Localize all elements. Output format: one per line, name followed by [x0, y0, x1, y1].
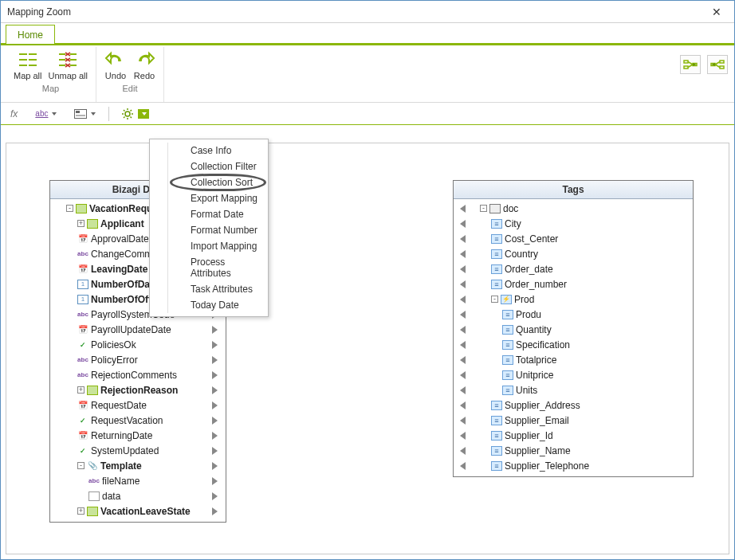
target-tree-row[interactable]: ≡Units [455, 382, 691, 397]
tree-item-label: Cost_Center [505, 233, 686, 245]
map-handle-icon[interactable] [460, 401, 466, 409]
gear-split-button[interactable] [117, 104, 149, 123]
redo-button[interactable]: Redo [130, 47, 159, 82]
map-handle-icon[interactable] [460, 432, 466, 440]
menu-item-collection-filter[interactable]: Collection Filter [168, 159, 268, 174]
menu-item-today-date[interactable]: Today Date [168, 297, 268, 313]
map-handle-icon[interactable] [460, 371, 466, 379]
map-handle-icon[interactable] [212, 356, 218, 364]
abc-button[interactable]: abc [30, 106, 61, 121]
tab-home[interactable]: Home [6, 25, 55, 44]
target-tree-row[interactable]: ≡Order_number [455, 276, 691, 292]
tag-icon: ≡ [491, 264, 502, 274]
target-tree-row[interactable]: ≡Supplier_Telephone [455, 458, 691, 473]
menu-item-case-info[interactable]: Case Info [168, 143, 268, 159]
source-tree-row[interactable]: ✓PoliciesOk [52, 337, 226, 352]
map-handle-icon[interactable] [212, 507, 218, 515]
gear-button[interactable] [117, 104, 138, 123]
target-tree-row[interactable]: ≡Supplier_Address [455, 397, 691, 413]
map-handle-icon[interactable] [212, 371, 218, 379]
map-handle-icon[interactable] [212, 432, 218, 440]
source-tree-row[interactable]: 📅ReturningDate [52, 428, 226, 443]
map-handle-icon[interactable] [460, 280, 466, 288]
tree-item-label: Order_date [505, 264, 686, 275]
menu-item-import-mapping[interactable]: Import Mapping [168, 238, 268, 254]
source-tree-row[interactable]: abcRejectionComments [52, 367, 226, 382]
target-tree-row[interactable]: ≡Totalprice [455, 352, 691, 367]
collapse-icon[interactable]: - [66, 205, 73, 212]
source-tree-row[interactable]: data [52, 488, 226, 503]
target-tree-row[interactable]: -doc [455, 201, 691, 216]
target-tree-row[interactable]: ≡Unitprice [455, 367, 691, 382]
source-tree-row[interactable]: +VacationLeaveState [52, 503, 226, 519]
target-tree-row[interactable]: ≡Supplier_Name [455, 443, 691, 458]
menu-item-collection-sort[interactable]: Collection Sort [168, 174, 268, 190]
map-handle-icon[interactable] [460, 447, 466, 455]
source-tree-row[interactable]: 📅RequestDate [52, 397, 226, 413]
map-handle-icon[interactable] [212, 477, 218, 485]
menu-item-export-mapping[interactable]: Export Mapping [168, 190, 268, 206]
map-handle-icon[interactable] [212, 447, 218, 455]
ribbon-group-edit-label: Edit [123, 84, 138, 93]
source-tree-row[interactable]: -📎Template [52, 458, 226, 473]
map-handle-icon[interactable] [212, 401, 218, 409]
target-tree-row[interactable]: ≡Supplier_Email [455, 413, 691, 428]
show-next-button[interactable] [680, 55, 701, 74]
show-prev-button[interactable] [707, 55, 728, 74]
expand-icon[interactable]: + [77, 386, 85, 394]
source-tree-row[interactable]: ✓SystemUpdated [52, 443, 226, 458]
map-handle-icon[interactable] [212, 341, 218, 349]
map-handle-icon[interactable] [212, 462, 218, 470]
menu-item-format-number[interactable]: Format Number [168, 222, 268, 238]
expand-icon[interactable]: + [77, 220, 85, 227]
target-tree-row[interactable]: ≡Specification [455, 337, 691, 352]
map-handle-icon[interactable] [460, 326, 466, 334]
source-tree-row[interactable]: abcPolicyError [52, 352, 226, 367]
undo-button[interactable]: Undo [101, 47, 130, 82]
map-handle-icon[interactable] [460, 205, 466, 213]
map-handle-icon[interactable] [460, 250, 466, 258]
map-handle-icon[interactable] [212, 326, 218, 334]
map-handle-icon[interactable] [460, 386, 466, 394]
target-tree-row[interactable]: -⚡Prod [455, 292, 691, 307]
map-handle-icon[interactable] [212, 417, 218, 425]
fx-button[interactable]: fx [6, 105, 22, 123]
source-tree-row[interactable]: ✓RequestVacation [52, 413, 226, 428]
target-tree-row[interactable]: ≡Quantity [455, 322, 691, 337]
map-handle-icon[interactable] [460, 265, 466, 273]
map-all-button[interactable]: Map all [10, 47, 45, 82]
target-tree-row[interactable]: ≡Produ [455, 307, 691, 322]
source-tree-row[interactable]: +RejectionReason [52, 382, 226, 397]
gear-dropdown-toggle[interactable] [138, 109, 149, 119]
unmap-all-button[interactable]: Unmap all [45, 47, 91, 82]
expand-icon[interactable]: + [77, 507, 85, 515]
collapse-icon[interactable]: - [491, 296, 498, 303]
source-tree-row[interactable]: abcfileName [52, 473, 226, 488]
map-handle-icon[interactable] [460, 296, 466, 303]
menu-item-process-attributes[interactable]: Process Attributes [168, 254, 268, 281]
target-tree-row[interactable]: ≡Cost_Center [455, 231, 691, 246]
map-handle-icon[interactable] [460, 341, 466, 349]
map-handle-icon[interactable] [460, 235, 466, 243]
map-handle-icon[interactable] [460, 220, 466, 228]
map-handle-icon[interactable] [460, 311, 466, 319]
text-icon: abc [77, 355, 88, 365]
target-tree-row[interactable]: ≡Country [455, 246, 691, 261]
map-handle-icon[interactable] [212, 386, 218, 394]
collapse-icon[interactable]: - [77, 462, 85, 469]
source-tree-row[interactable]: 📅PayrollUpdateDate [52, 322, 226, 337]
menu-item-format-date[interactable]: Format Date [168, 206, 268, 222]
map-handle-icon[interactable] [460, 356, 466, 364]
map-handle-icon[interactable] [460, 462, 466, 470]
close-button[interactable]: ✕ [706, 3, 728, 21]
panel-icon-button[interactable] [69, 106, 100, 122]
map-handle-icon[interactable] [460, 417, 466, 425]
target-tree-row[interactable]: ≡City [455, 216, 691, 231]
target-tree-row[interactable]: ≡Order_date [455, 261, 691, 276]
tree-item-label: Country [505, 249, 686, 260]
map-handle-icon[interactable] [212, 492, 218, 500]
collapse-icon[interactable]: - [480, 205, 487, 212]
target-tree-row[interactable]: ≡Supplier_Id [455, 428, 691, 443]
menu-item-task-attributes[interactable]: Task Attributes [168, 281, 268, 297]
target-tree[interactable]: -doc≡City≡Cost_Center≡Country≡Order_date… [454, 199, 693, 476]
